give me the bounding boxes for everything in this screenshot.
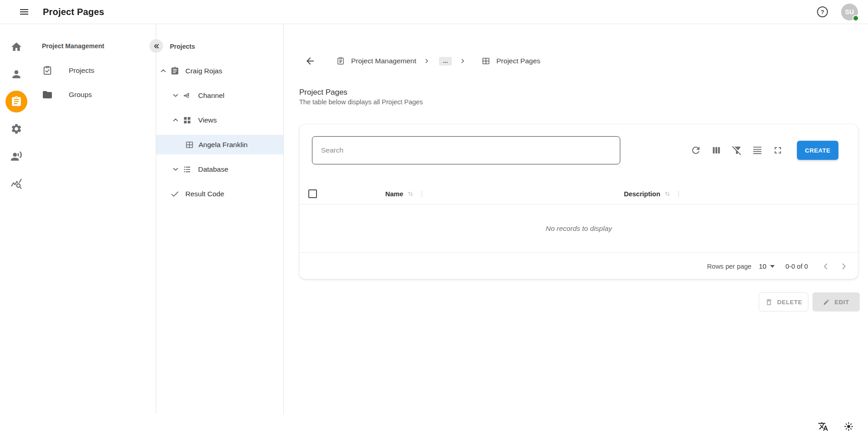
chevron-down-icon[interactable] bbox=[172, 166, 179, 173]
rail-item-settings[interactable] bbox=[5, 118, 27, 140]
chevron-down-icon[interactable] bbox=[172, 92, 179, 99]
sort-icon[interactable] bbox=[407, 190, 414, 198]
rail-item-announcements[interactable] bbox=[5, 145, 27, 167]
chevron-left-icon bbox=[821, 261, 831, 271]
refresh-button[interactable] bbox=[690, 145, 701, 156]
chevron-right-icon bbox=[839, 261, 849, 271]
tree-item-label: Result Code bbox=[185, 190, 224, 198]
rows-per-page-value: 10 bbox=[759, 262, 766, 270]
edit-button[interactable]: EDIT bbox=[812, 292, 860, 311]
avatar[interactable]: SU bbox=[841, 4, 858, 20]
delete-button-label: DELETE bbox=[777, 299, 802, 306]
refresh-icon bbox=[690, 145, 701, 156]
tree-panel: Projects Craig Rojas bbox=[156, 24, 284, 414]
rail-item-projects[interactable] bbox=[5, 91, 27, 112]
back-button[interactable] bbox=[305, 56, 316, 66]
home-icon bbox=[10, 41, 22, 53]
tree-item-views[interactable]: Views bbox=[156, 110, 283, 130]
brightness-icon bbox=[843, 421, 854, 432]
brightness-toggle-button[interactable] bbox=[843, 421, 854, 432]
toolbar-icons bbox=[690, 145, 783, 156]
select-all-checkbox[interactable] bbox=[308, 189, 317, 198]
tree-item-result-code[interactable]: Result Code bbox=[156, 184, 283, 204]
sort-icon[interactable] bbox=[664, 190, 671, 198]
table-pagination: Rows per page 10 0-0 of 0 bbox=[300, 253, 858, 280]
sidebar-list: Projects Groups bbox=[33, 61, 156, 105]
channel-icon bbox=[183, 91, 192, 100]
breadcrumb-ellipsis-button[interactable]: ... bbox=[439, 57, 452, 66]
clipboard-icon bbox=[10, 96, 22, 107]
chevron-up-icon[interactable] bbox=[160, 67, 167, 74]
pencil-icon bbox=[823, 299, 830, 306]
clipboard-check-icon bbox=[42, 65, 53, 76]
app-title: Project Pages bbox=[43, 7, 104, 17]
app-window: Project Pages SU bbox=[0, 0, 868, 434]
translate-icon bbox=[818, 421, 828, 432]
column-menu-icon[interactable] bbox=[675, 190, 682, 198]
main-content: Project Management ... Project Pages Pro… bbox=[284, 24, 868, 434]
fullscreen-button[interactable] bbox=[772, 145, 783, 156]
columns-button[interactable] bbox=[711, 145, 722, 156]
rows-per-page-label: Rows per page bbox=[707, 263, 752, 270]
filter-off-button[interactable] bbox=[731, 145, 742, 156]
next-page-button[interactable] bbox=[839, 261, 849, 271]
double-chevron-left-icon bbox=[153, 42, 160, 50]
column-menu-icon[interactable] bbox=[418, 190, 425, 198]
empty-message: No records to display bbox=[546, 225, 612, 233]
tree-item-craig-rojas[interactable]: Craig Rojas bbox=[156, 61, 283, 81]
query-stats-icon bbox=[10, 178, 22, 189]
icon-rail bbox=[0, 24, 33, 434]
previous-page-button[interactable] bbox=[821, 261, 831, 271]
sidebar-item-label: Projects bbox=[69, 66, 94, 75]
chevron-up-icon[interactable] bbox=[172, 117, 179, 123]
breadcrumb: Project Management ... Project Pages bbox=[305, 52, 868, 70]
rail-item-home[interactable] bbox=[5, 36, 27, 58]
rail-item-insights[interactable] bbox=[5, 173, 27, 194]
translate-button[interactable] bbox=[818, 421, 828, 432]
tree-item-label: Craig Rojas bbox=[185, 67, 222, 75]
module-sidebar: Project Management Projects Groups bbox=[33, 24, 156, 434]
delete-button[interactable]: DELETE bbox=[759, 292, 808, 311]
filter-off-icon bbox=[731, 145, 742, 156]
tree-item-label: Views bbox=[198, 116, 217, 124]
tree-item-label: Channel bbox=[198, 92, 225, 100]
create-button[interactable]: CREATE bbox=[797, 141, 838, 160]
table-icon bbox=[481, 56, 490, 66]
density-icon bbox=[752, 145, 763, 156]
corner-controls bbox=[818, 421, 854, 432]
page-subtitle: The table below displays all Project Pag… bbox=[299, 98, 868, 106]
rows-per-page-select[interactable]: 10 bbox=[759, 262, 775, 270]
hamburger-icon bbox=[19, 6, 30, 17]
search-input[interactable] bbox=[312, 136, 620, 164]
sidebar-item-groups[interactable]: Groups bbox=[33, 85, 156, 105]
clipboard-icon bbox=[336, 56, 345, 66]
top-bar: Project Pages SU bbox=[0, 0, 868, 24]
tree-item-label: Angela Franklin bbox=[199, 141, 248, 149]
sidebar-item-projects[interactable]: Projects bbox=[33, 61, 156, 81]
hamburger-menu-button[interactable] bbox=[19, 6, 30, 17]
check-icon bbox=[170, 189, 179, 199]
help-icon[interactable] bbox=[817, 6, 828, 17]
table-empty-state: No records to display bbox=[300, 204, 858, 253]
sidebar-item-label: Groups bbox=[69, 91, 92, 99]
collapse-panel-button[interactable] bbox=[149, 39, 163, 53]
page-header: Project Pages The table below displays a… bbox=[299, 88, 868, 106]
column-label: Name bbox=[385, 190, 403, 198]
tree-panel-title: Projects bbox=[170, 43, 283, 50]
table-card: CREATE Name Desc bbox=[299, 124, 858, 279]
tree-item-channel[interactable]: Channel bbox=[156, 86, 283, 105]
breadcrumb-segment-project-management[interactable]: Project Management bbox=[351, 57, 416, 65]
tree-item-label: Database bbox=[198, 165, 228, 174]
record-actions: DELETE EDIT bbox=[284, 292, 868, 311]
tree-item-angela-franklin[interactable]: Angela Franklin bbox=[156, 135, 283, 154]
tree-list: Craig Rojas Channel bbox=[156, 61, 283, 204]
rail-item-users[interactable] bbox=[5, 63, 27, 85]
page-title: Project Pages bbox=[299, 88, 868, 97]
breadcrumb-segment-project-pages: Project Pages bbox=[496, 57, 541, 65]
density-button[interactable] bbox=[752, 145, 763, 156]
table-toolbar: CREATE bbox=[300, 124, 858, 164]
chevron-right-icon bbox=[424, 58, 430, 64]
tree-item-database[interactable]: Database bbox=[156, 159, 283, 179]
column-header-description: Description bbox=[624, 183, 682, 204]
voice-over-icon bbox=[10, 150, 22, 162]
